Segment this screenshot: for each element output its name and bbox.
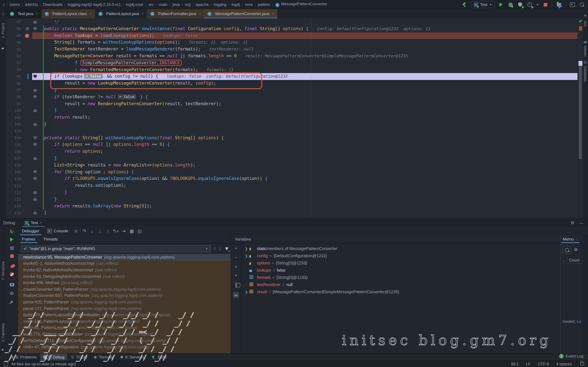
code-text[interactable]: return result; <box>38 114 90 121</box>
line-number[interactable]: 91 <box>6 47 22 52</box>
event-log[interactable]: 1 Event Log <box>559 354 583 359</box>
gutter-icons[interactable] <box>22 189 32 196</box>
stop-icon[interactable] <box>542 2 548 8</box>
code-text[interactable]: } <box>38 189 67 196</box>
breadcrumb-item[interactable]: Downloads <box>43 2 62 7</box>
ant-icon[interactable]: ☀ <box>584 14 587 18</box>
tab-console[interactable]: ▸ Console <box>43 227 72 235</box>
code-line[interactable]: 111 results.add(option); <box>6 182 578 189</box>
remove-watch-icon[interactable]: − <box>231 255 241 260</box>
variable-row[interactable]: ❯pconfig={DefaultConfiguration@1232} <box>241 252 561 259</box>
run-anything-icon[interactable] <box>569 2 575 8</box>
tool-window-structure[interactable]: 7: Structure <box>1 261 5 280</box>
gutter-icons[interactable] <box>22 107 32 114</box>
stack-frame[interactable]: <init>:140, PatternLayout(org.apache.log… <box>18 318 231 325</box>
layout-settings-icon[interactable]: ▤ <box>136 228 144 234</box>
settings-gear-icon[interactable]: ⚙ <box>9 290 15 296</box>
code-text[interactable]: TextRenderer textRenderer = loadMessageR… <box>38 46 254 53</box>
code-line[interactable]: 88@public static MessagePatternConverter… <box>6 25 578 33</box>
fold-gutter[interactable] <box>32 107 38 114</box>
gutter-icons[interactable]: @ <box>22 25 32 33</box>
gutter-icons[interactable] <box>22 148 32 155</box>
fold-gutter[interactable] <box>32 169 38 175</box>
variable-row[interactable]: formats={String[0]@1233} <box>241 274 561 281</box>
stack-frame[interactable]: invoke:43, DelegatingMethodAccessorImpl(… <box>18 273 231 280</box>
close-icon[interactable]: × <box>40 221 42 225</box>
frame-down-icon[interactable]: ↓ <box>219 246 222 252</box>
tab-memory[interactable]: Memo ⌄ <box>561 235 583 243</box>
line-number[interactable]: 104 <box>6 136 22 140</box>
fold-gutter[interactable] <box>32 94 38 100</box>
fold-marker-icon[interactable] <box>34 177 37 180</box>
fold-gutter[interactable] <box>32 53 38 60</box>
view-breakpoints-icon[interactable] <box>9 263 15 269</box>
thread-dump-camera-icon[interactable] <box>9 282 15 288</box>
copy-icon[interactable] <box>231 283 241 287</box>
memory-settings-gear-icon[interactable]: ⚙ <box>574 247 578 252</box>
code-text[interactable]: public static MessagePatternConverter ne… <box>38 25 431 33</box>
fold-gutter[interactable] <box>32 73 38 80</box>
code-line[interactable]: 98 if (textRenderer != null= false ) { <box>6 94 578 100</box>
breadcrumb-item[interactable]: apache <box>196 2 209 7</box>
editor-tab[interactable]: CPatternFormatter.java× <box>147 9 204 18</box>
favorites-star-icon[interactable]: ★ <box>1 348 4 352</box>
code-text[interactable]: String[] formats = withoutLookupOptions(… <box>38 39 248 46</box>
variable-row[interactable]: poptions={String[0]@1233} <box>241 259 561 267</box>
code-text[interactable]: if (textRenderer != null= false ) { <box>38 94 148 100</box>
stack-frame[interactable]: build:474, PatternLayout$SerializerBuild… <box>18 312 231 318</box>
close-icon[interactable]: × <box>199 12 201 16</box>
gutter-icons[interactable] <box>22 73 32 80</box>
stack-frame[interactable]: finalizeConverter:657, PatternParser(org… <box>18 292 231 299</box>
gutter-icons[interactable] <box>22 66 32 73</box>
fold-gutter[interactable] <box>32 189 38 196</box>
editor-tab[interactable]: CPatternLayout.java× <box>95 9 147 18</box>
line-number[interactable]: 111 <box>6 183 22 188</box>
line-number[interactable]: 103 <box>6 129 22 133</box>
variable-row[interactable]: ❯sstatic members of MessagePatternConver… <box>241 245 561 252</box>
gutter-icons[interactable] <box>22 94 32 100</box>
gutter-icons[interactable] <box>22 121 32 128</box>
code-line[interactable]: 105 if (options == null || options.lengt… <box>6 142 578 148</box>
scrollbar-thumb[interactable] <box>579 64 582 159</box>
fold-marker-icon[interactable] <box>34 157 37 160</box>
variable-row[interactable]: textRenderer=null <box>241 281 561 288</box>
fold-marker-icon[interactable] <box>34 136 37 139</box>
code-text[interactable]: } <box>38 155 57 162</box>
breadcrumb-item[interactable]: org <box>185 2 191 7</box>
gutter-icons[interactable] <box>22 46 32 53</box>
fold-gutter[interactable] <box>32 134 38 142</box>
fold-marker-icon[interactable] <box>34 197 37 201</box>
gutter-icons[interactable] <box>22 80 32 87</box>
breadcrumb-item[interactable]: logging-log4j2-log4j-2.15.0-rc1 <box>68 2 121 7</box>
tab-threads[interactable]: Threads <box>39 235 61 243</box>
code-line[interactable]: 114 return results.toArray(new String[0]… <box>6 203 578 209</box>
code-text[interactable]: } <box>38 121 47 128</box>
debug-session-tab[interactable]: Test × <box>22 218 45 227</box>
code-line[interactable]: 108 List<String> results = new ArrayList… <box>6 162 578 169</box>
breadcrumb-item[interactable]: log4j <box>232 2 240 7</box>
layout-icon[interactable]: ≡ <box>72 228 80 234</box>
fold-gutter[interactable] <box>32 60 38 67</box>
code-line[interactable]: 113 } <box>6 196 578 203</box>
line-number[interactable]: 102 <box>6 122 22 127</box>
close-icon[interactable]: × <box>90 12 92 16</box>
tool-window-database[interactable]: Database <box>583 66 587 82</box>
tool-window-button-problems[interactable]: ◍6: Problems <box>8 354 40 360</box>
code-line[interactable]: 104private static String[] withoutLookup… <box>6 134 578 142</box>
line-number[interactable]: 112 <box>6 190 22 195</box>
tab-frames[interactable]: Frames <box>18 235 39 243</box>
line-number[interactable]: 98 <box>6 95 22 99</box>
stack-frame[interactable]: <init>:47, DefaultConfiguration(org.apac… <box>18 344 231 350</box>
force-step-into-icon[interactable]: ↓ <box>96 228 104 234</box>
memory-load-link[interactable]: Lo <box>577 319 581 324</box>
fold-marker-icon[interactable] <box>34 88 37 92</box>
run-config-selector[interactable]: Test ▼ <box>471 1 494 8</box>
line-number[interactable]: 94 <box>6 67 22 72</box>
tool-window-ant[interactable]: Ant <box>583 21 587 26</box>
tab-debugger[interactable]: Debugger <box>18 227 43 235</box>
fold-marker-icon[interactable] <box>34 191 37 194</box>
debug-icon[interactable] <box>508 2 513 8</box>
stack-frame[interactable]: build:770, PatternLayout$Builder(org.apa… <box>18 331 231 337</box>
variable-row[interactable]: 01lookups=false <box>241 267 561 274</box>
code-line[interactable]: 112 } <box>6 189 578 196</box>
